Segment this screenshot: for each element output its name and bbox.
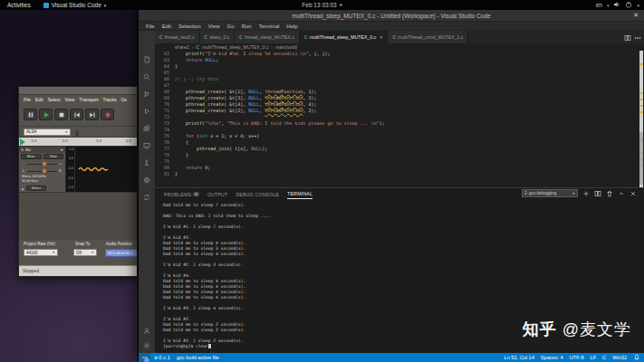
keyboard-layout[interactable]: en [596, 2, 602, 8]
sync-icon[interactable] [141, 192, 152, 203]
run-debug-icon[interactable] [141, 106, 152, 117]
snap-to-select[interactable]: Off ▼ [73, 249, 97, 256]
record-button[interactable] [101, 109, 114, 120]
source-control-icon[interactable] [141, 89, 152, 100]
chevron-up-icon[interactable] [617, 189, 625, 197]
vscode-title-bar[interactable]: multiThread_sleep_MUTEX_0.c - Untitled (… [139, 10, 644, 22]
pan-slider[interactable]: L R [23, 168, 62, 175]
waveform-area[interactable]: 1.00.50.0-0.5-1.0 [66, 147, 137, 192]
play-button[interactable] [39, 109, 53, 120]
status-item[interactable]: Ln 52, Col 14 [505, 355, 534, 360]
gain-slider-handle[interactable] [42, 161, 47, 167]
menu-selection[interactable]: Selection [178, 24, 201, 29]
collapse-track-icon[interactable]: ▲ [21, 186, 24, 191]
status-item[interactable]: Spaces: 4 [541, 355, 563, 360]
line-number: 77 [155, 146, 175, 152]
skip-start-button[interactable] [70, 109, 83, 120]
problems-status[interactable]: ⊗ 0 ⚠ 1 [154, 355, 170, 360]
audacity-menu-tracks[interactable]: Tracks [103, 97, 117, 102]
more-editor-icon[interactable] [634, 29, 641, 45]
audacity-title-bar[interactable] [19, 87, 137, 95]
system-tray[interactable]: en ▾ ▾ [596, 0, 639, 10]
volume-icon[interactable] [613, 1, 620, 9]
panel-tab-terminal[interactable]: Terminal [287, 189, 312, 199]
menu-go[interactable]: Go [227, 24, 235, 29]
vscode-window: multiThread_sleep_MUTEX_0.c - Untitled (… [138, 10, 644, 362]
mute-button[interactable]: Mute [21, 154, 42, 159]
solo-button[interactable]: Solo [43, 154, 64, 159]
breadcrumb-item[interactable]: multiThread_sleep_MUTEX_0.c [202, 44, 269, 50]
watermark-handle: @麦文学 [562, 320, 631, 338]
tab-thread_sleep_MUTEX.c[interactable]: Cthread_sleep_MUTEX.c [235, 31, 300, 43]
skip-end-button[interactable] [85, 109, 99, 120]
clock[interactable]: Feb 13 03:03 [302, 2, 341, 8]
breadcrumb-item[interactable]: main(void) [275, 44, 297, 50]
tab-multiThread_sleep_MUTEX_0.c[interactable]: CmultiThread_sleep_MUTEX_0.c× [300, 31, 388, 43]
close-icon[interactable] [629, 189, 637, 197]
status-item[interactable]: Win32 [612, 355, 627, 360]
trash-icon[interactable] [605, 189, 613, 197]
account-icon[interactable] [141, 326, 152, 337]
remote-icon[interactable] [141, 140, 152, 151]
menu-view[interactable]: View [208, 24, 220, 29]
scrollbar-thumb[interactable] [639, 132, 643, 185]
panel-tab-debug-console[interactable]: Debug Console [235, 190, 279, 199]
status-item[interactable]: C [602, 355, 606, 360]
recording-device-select[interactable]: ALSA ▼ [24, 129, 71, 136]
close-window-button[interactable]: ✕ [633, 12, 639, 19]
extensions-icon[interactable] [141, 123, 152, 134]
plus-icon[interactable] [582, 189, 590, 197]
tunnels-icon[interactable] [141, 175, 152, 186]
breadcrumb-item[interactable]: share2 [175, 44, 189, 50]
terminal-instance-select[interactable]: 2: gcc-debugging ▼ [522, 189, 578, 197]
breadcrumb[interactable]: share2›CmultiThread_sleep_MUTEX_0.c›main… [155, 43, 644, 51]
close-icon[interactable]: ✕ [21, 148, 24, 152]
menu-edit[interactable]: Edit [162, 24, 171, 29]
close-tab-icon[interactable]: × [380, 34, 382, 40]
tab-thread_test0.c[interactable]: Cthread_test0.c [155, 31, 200, 43]
audacity-menu-file[interactable]: File [24, 97, 31, 102]
gain-slider[interactable]: - + [23, 161, 62, 167]
activities-button[interactable]: Activities [7, 2, 31, 8]
power-icon[interactable] [625, 1, 632, 9]
audacity-menu-select[interactable]: Select [48, 97, 61, 102]
status-item[interactable]: LF [591, 355, 597, 360]
overview-ruler-scrollbar[interactable] [639, 51, 643, 187]
panel-tab-problems[interactable]: Problems1 [164, 190, 199, 199]
menu-run[interactable]: Run [242, 24, 252, 29]
code-editor[interactable]: 62 printf("I'm kid #%d. I sleep %d secon… [155, 51, 644, 187]
project-rate-select[interactable]: 44100 ▼ [24, 249, 58, 256]
app-indicator[interactable]: Visual Studio Code ▾ [43, 2, 107, 8]
timeline-ruler[interactable]: -1.00.01.02.0 [19, 138, 137, 147]
liveshare-globe-icon[interactable] [141, 355, 152, 362]
search-icon[interactable] [141, 71, 152, 82]
terminal-prompt-line[interactable]: [parrot@hp]$ clear [163, 344, 644, 349]
testing-icon[interactable] [141, 157, 152, 168]
audacity-menu-ge[interactable]: Ge [120, 97, 127, 102]
menu-file[interactable]: File [146, 24, 155, 29]
tab-sleep_0.c[interactable]: Csleep_0.c [200, 31, 235, 43]
audacity-menu-edit[interactable]: Edit [35, 97, 43, 102]
pan-slider-handle[interactable] [42, 168, 47, 174]
stop-button[interactable] [54, 109, 68, 120]
menu-help[interactable]: Help [286, 24, 297, 29]
pause-button[interactable] [24, 109, 37, 120]
panel-tab-output[interactable]: Output [207, 190, 228, 199]
audacity-menu-transport[interactable]: Transport [79, 97, 98, 102]
status-item[interactable]: UTF-8 [570, 355, 584, 360]
track-header[interactable]: ✕ Mo ▼ [19, 147, 65, 153]
split-editor-icon[interactable] [624, 29, 631, 45]
tab-multiThread_cond_MUTEX_1.c[interactable]: CmultiThread_cond_MUTEX_1.c [388, 31, 468, 43]
timeline-pin-icon[interactable] [20, 138, 25, 146]
split-icon[interactable] [593, 189, 601, 197]
audio-position-field[interactable]: 00 h 00 m 00 s [105, 249, 138, 257]
select-track-button[interactable]: Select [26, 186, 46, 191]
audacity-menu-view[interactable]: View [65, 97, 75, 102]
menu-terminal[interactable]: Terminal [259, 24, 280, 29]
settings-icon[interactable] [141, 340, 152, 351]
task-status[interactable]: gcc build active file [177, 355, 219, 360]
code-text: } [175, 152, 188, 158]
bell-icon[interactable] [633, 354, 640, 361]
code-line: 79 [155, 158, 644, 165]
explorer-icon[interactable] [141, 54, 152, 65]
